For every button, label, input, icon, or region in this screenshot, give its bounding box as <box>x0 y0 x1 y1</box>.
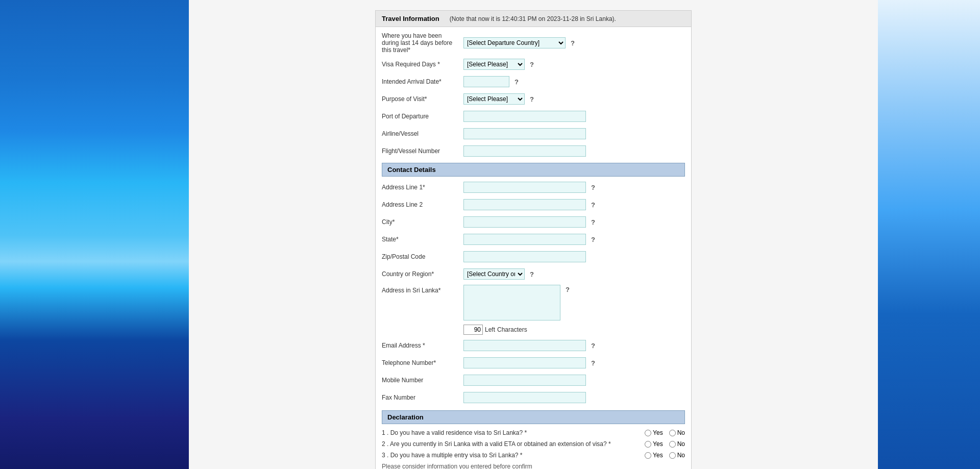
declaration-q3-radios: Yes No <box>645 452 685 459</box>
zip-input[interactable] <box>463 251 586 262</box>
contact-details-header: Contact Details <box>382 163 685 177</box>
city-row: City* ? <box>382 215 685 229</box>
declaration-header: Declaration <box>382 410 685 424</box>
declaration-section: Declaration 1 . Do you have a valid resi… <box>382 410 685 469</box>
country-row: Country or Region* [Select Country or Re… <box>382 267 685 281</box>
airline-wrap <box>463 128 685 139</box>
sri-lanka-addr-wrap: ? 90 Left Characters <box>463 285 685 335</box>
state-input[interactable] <box>463 234 586 245</box>
flight-input[interactable] <box>463 145 586 157</box>
email-help[interactable]: ? <box>591 342 595 350</box>
addr1-help[interactable]: ? <box>591 184 595 191</box>
q3-no-radio[interactable] <box>669 452 676 459</box>
q3-yes-label: Yes <box>653 452 663 459</box>
arrival-date-input[interactable] <box>463 76 509 87</box>
q1-no-option[interactable]: No <box>669 429 685 436</box>
telephone-help[interactable]: ? <box>591 359 595 367</box>
q2-no-option[interactable]: No <box>669 440 685 448</box>
q1-no-label: No <box>677 429 685 436</box>
purpose-select[interactable]: [Select Please] <box>463 93 525 105</box>
q2-yes-option[interactable]: Yes <box>645 440 663 448</box>
state-help[interactable]: ? <box>591 236 595 243</box>
telephone-row: Telephone Number* ? <box>382 356 685 369</box>
departure-country-help[interactable]: ? <box>571 39 575 47</box>
arrival-date-label: Intended Arrival Date* <box>382 78 463 85</box>
city-help[interactable]: ? <box>591 218 595 226</box>
visa-days-help[interactable]: ? <box>530 61 534 68</box>
flight-wrap <box>463 145 685 157</box>
chars-text-label: Characters <box>497 326 527 333</box>
addr2-label: Address Line 2 <box>382 201 463 208</box>
left-sidebar <box>0 0 189 469</box>
q1-yes-option[interactable]: Yes <box>645 429 663 436</box>
q3-yes-option[interactable]: Yes <box>645 452 663 459</box>
country-wrap: [Select Country or Region ? <box>463 268 685 280</box>
arrival-date-help[interactable]: ? <box>514 78 519 86</box>
addr1-wrap: ? <box>463 182 685 193</box>
chars-count-input[interactable]: 90 <box>463 325 483 335</box>
declaration-q1-radios: Yes No <box>645 429 685 436</box>
q3-yes-radio[interactable] <box>645 452 651 459</box>
departure-country-row: Where you have been during last 14 days … <box>382 32 685 54</box>
email-wrap: ? <box>463 340 685 351</box>
addr2-input[interactable] <box>463 199 586 210</box>
q2-no-label: No <box>677 440 685 448</box>
city-input[interactable] <box>463 216 586 228</box>
visa-days-select[interactable]: [Select Please] <box>463 59 525 70</box>
country-select[interactable]: [Select Country or Region <box>463 268 525 280</box>
declaration-q1-row: 1 . Do you have a valid residence visa t… <box>382 429 685 436</box>
q1-yes-radio[interactable] <box>645 430 651 436</box>
mobile-label: Mobile Number <box>382 377 463 384</box>
chars-row: 90 Left Characters <box>463 325 527 335</box>
declaration-q2-text: 2 . Are you currently in Sri Lanka with … <box>382 440 645 448</box>
port-departure-input[interactable] <box>463 111 586 122</box>
sri-lanka-addr-help[interactable]: ? <box>566 286 570 293</box>
zip-wrap <box>463 251 685 262</box>
sri-lanka-addr-textarea[interactable] <box>463 285 560 320</box>
confirm-text: Please consider information you entered … <box>382 463 685 469</box>
q2-yes-radio[interactable] <box>645 441 651 448</box>
fax-wrap <box>463 392 685 403</box>
country-label: Country or Region* <box>382 270 463 278</box>
visa-days-wrap: [Select Please] ? <box>463 59 685 70</box>
zip-row: Zip/Postal Code <box>382 250 685 263</box>
mobile-row: Mobile Number <box>382 374 685 387</box>
fax-input[interactable] <box>463 392 586 403</box>
purpose-help[interactable]: ? <box>530 95 534 103</box>
mobile-input[interactable] <box>463 375 586 386</box>
addr2-row: Address Line 2 ? <box>382 198 685 211</box>
purpose-label: Purpose of Visit* <box>382 95 463 103</box>
q2-no-radio[interactable] <box>669 441 676 448</box>
addr1-row: Address Line 1* ? <box>382 181 685 194</box>
q2-yes-label: Yes <box>653 440 663 448</box>
sri-lanka-addr-label: Address in Sri Lanka* <box>382 285 463 294</box>
declaration-q2-radios: Yes No <box>645 440 685 448</box>
declaration-q3-text: 3 . Do you have a multiple entry visa to… <box>382 452 645 459</box>
port-departure-row: Port of Departure <box>382 110 685 123</box>
state-label: State* <box>382 236 463 243</box>
email-input[interactable] <box>463 340 586 351</box>
city-label: City* <box>382 218 463 226</box>
q3-no-option[interactable]: No <box>669 452 685 459</box>
form-header: Travel Information (Note that now it is … <box>376 11 691 27</box>
q1-no-radio[interactable] <box>669 430 676 436</box>
telephone-input[interactable] <box>463 357 586 368</box>
country-help[interactable]: ? <box>530 270 534 278</box>
airline-input[interactable] <box>463 128 586 139</box>
port-departure-label: Port of Departure <box>382 113 463 120</box>
addr2-help[interactable]: ? <box>591 201 595 209</box>
city-wrap: ? <box>463 216 685 228</box>
flight-row: Flight/Vessel Number <box>382 144 685 158</box>
visa-days-row: Visa Required Days * [Select Please] ? <box>382 58 685 71</box>
main-content: Travel Information (Note that now it is … <box>189 0 878 469</box>
departure-country-select[interactable]: [Select Departure Country] <box>463 37 566 48</box>
mobile-wrap <box>463 375 685 386</box>
fax-row: Fax Number <box>382 391 685 404</box>
form-title: Travel Information <box>382 15 439 22</box>
q1-yes-label: Yes <box>653 429 663 436</box>
declaration-q1-text: 1 . Do you have a valid residence visa t… <box>382 429 645 436</box>
chars-left-label: Left <box>485 326 495 333</box>
arrival-date-wrap: ? <box>463 76 685 87</box>
airline-row: Airline/Vessel <box>382 127 685 140</box>
addr1-input[interactable] <box>463 182 586 193</box>
